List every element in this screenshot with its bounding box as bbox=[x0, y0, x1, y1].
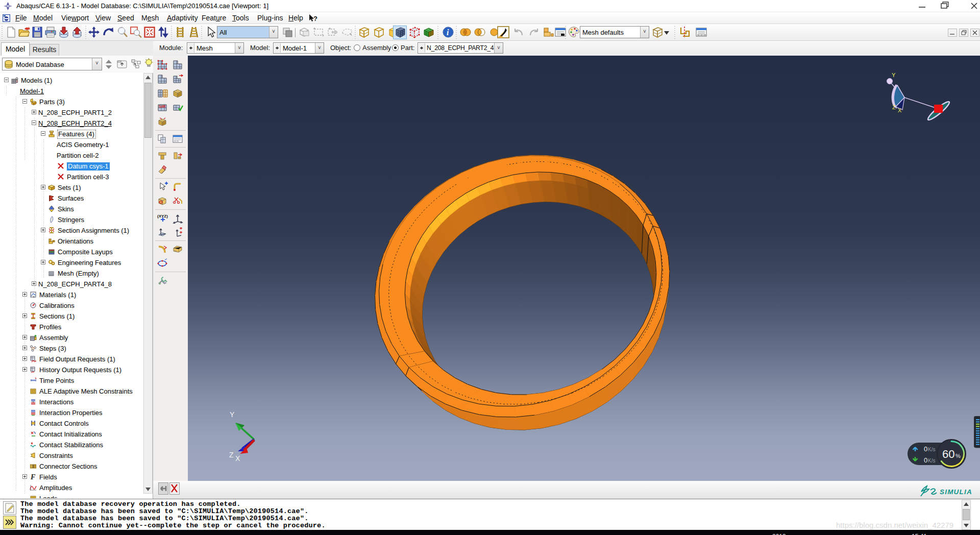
svg-text:i: i bbox=[447, 28, 449, 37]
svg-text:0: 0 bbox=[924, 456, 927, 464]
svg-text:60: 60 bbox=[942, 448, 954, 460]
svg-text:?: ? bbox=[313, 15, 317, 22]
svg-text:Y: Y bbox=[892, 72, 896, 78]
svg-text:ε: ε bbox=[33, 295, 35, 298]
svg-text:%: % bbox=[955, 453, 961, 459]
svg-text:K/s: K/s bbox=[928, 447, 935, 452]
svg-text:0: 0 bbox=[924, 445, 927, 453]
svg-text:SIMULIA: SIMULIA bbox=[940, 488, 972, 496]
svg-text:Z: Z bbox=[229, 451, 234, 459]
svg-text:K/s: K/s bbox=[928, 458, 935, 464]
svg-text:Y: Y bbox=[230, 410, 235, 419]
svg-text:S4R: S4R bbox=[159, 105, 166, 108]
svg-text:X: X bbox=[898, 107, 902, 113]
svg-text:X: X bbox=[235, 454, 240, 463]
svg-text:F: F bbox=[30, 473, 36, 480]
svg-text:Z: Z bbox=[892, 104, 896, 110]
